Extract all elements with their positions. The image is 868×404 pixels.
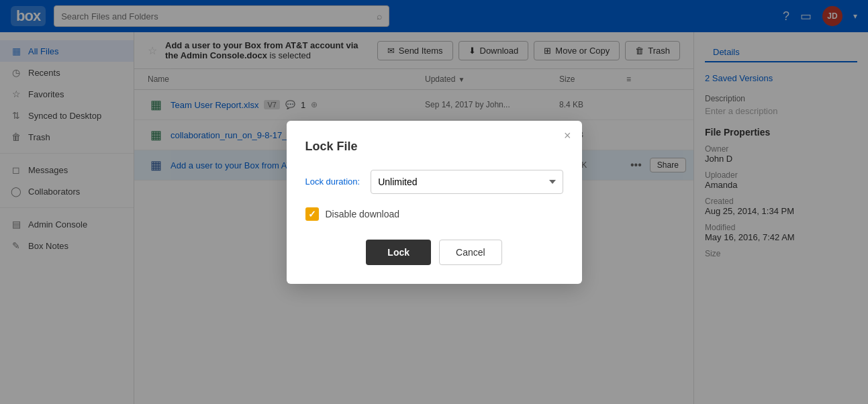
modal-actions: Lock Cancel	[305, 240, 563, 265]
duration-label: Lock duration:	[305, 176, 360, 187]
disable-download-label: Disable download	[326, 209, 400, 219]
lock-button[interactable]: Lock	[366, 240, 431, 265]
modal-close-button[interactable]: ×	[564, 129, 571, 143]
disable-download-row: ✓ Disable download	[305, 207, 563, 221]
cancel-button[interactable]: Cancel	[439, 240, 502, 265]
modal-overlay: × Lock File Lock duration: Unlimited 1 d…	[0, 0, 868, 404]
disable-download-checkbox[interactable]: ✓	[305, 207, 319, 221]
modal-title: Lock File	[305, 140, 563, 154]
lock-duration-row: Lock duration: Unlimited 1 day 7 days 30…	[305, 170, 563, 194]
checkbox-check-icon: ✓	[308, 209, 316, 219]
lock-duration-select[interactable]: Unlimited 1 day 7 days 30 days	[371, 170, 563, 194]
lock-file-modal: × Lock File Lock duration: Unlimited 1 d…	[287, 121, 582, 284]
